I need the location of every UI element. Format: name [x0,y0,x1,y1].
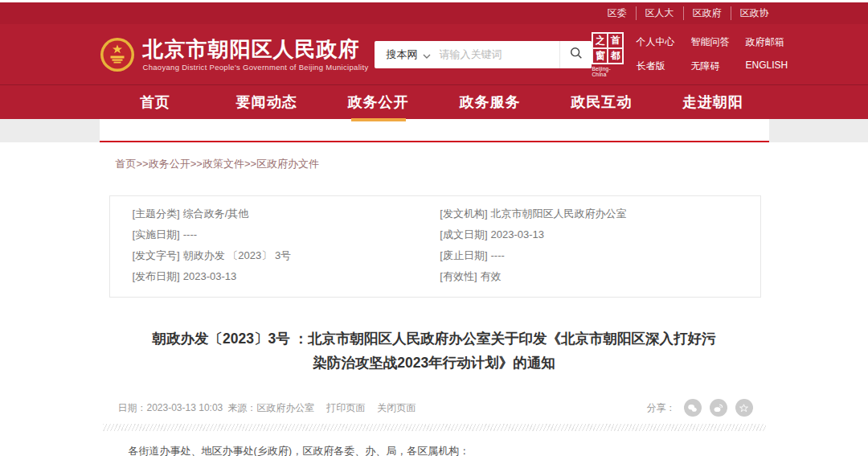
site-header: 北京市朝阳区人民政府 Chaoyang District People's Go… [0,24,868,84]
topbar-link-district-government[interactable]: 区政府 [683,6,722,20]
document-source: 来源：区政府办公室 [227,401,314,415]
breadcrumb-separator: >> [190,158,203,170]
meta-row-validity: [有效性]有效 [440,266,737,287]
document-meta-box: [主题分类]综合政务/其他 [实施日期]---- [发文字号]朝政办发 〔202… [109,195,761,298]
quick-link-smart-qa[interactable]: 智能问答 [690,35,729,49]
capital-window-logo[interactable]: 之 首 窗 都 Beijing-China [592,32,624,77]
breadcrumb-home[interactable]: 首页 [116,158,137,170]
meta-label: [废止日期] [440,249,487,261]
meta-label: [发文机构] [440,207,487,220]
active-tab-underline [351,118,406,121]
share-group: 分享： [647,399,753,417]
site-search: 搜本网 [375,41,592,68]
meta-value: 有效 [481,270,502,282]
capital-window-logo-box: 之 首 窗 都 [592,32,624,64]
search-scope-label: 搜本网 [386,47,417,62]
capital-logo-char: 首 [608,33,623,48]
topbar-link-district-committee[interactable]: 区委 [608,6,627,20]
topbar-link-district-cppcc[interactable]: 区政协 [731,6,769,20]
document-title: 朝政办发〔2023〕3号 ：北京市朝阳区人民政府办公室关于印发《北京市朝阳区深入… [146,327,723,375]
nav-item-gov-services[interactable]: 政务服务 [434,85,546,119]
breadcrumb-policy-documents[interactable]: 政策文件 [203,158,244,170]
meta-label: [成文日期] [440,228,487,240]
breadcrumb-district-office-documents[interactable]: 区政府办文件 [256,158,319,170]
quick-link-personal-center[interactable]: 个人中心 [636,35,674,49]
weibo-share-icon[interactable] [710,399,727,417]
document-date: 日期：2023-03-13 10:03 [118,401,223,415]
meta-value: ---- [491,249,505,261]
quick-link-accessibility[interactable]: 无障碍 [690,60,729,73]
breadcrumb-separator: >> [244,158,256,170]
search-scope-dropdown[interactable]: 搜本网 [375,47,439,62]
top-links-bar: 区委 区人大 区政府 区政协 [0,2,868,24]
page-content: 首页>>政务公开>>政策文件>>区政府办文件 [主题分类]综合政务/其他 [实施… [0,142,868,456]
subheader-band [0,119,868,142]
chevron-down-icon [423,47,431,62]
wechat-share-icon[interactable] [684,399,702,417]
meta-label: [发文字号] [133,249,180,261]
quick-link-english[interactable]: ENGLISH [745,60,788,73]
content-top-rule [100,119,769,142]
hatched-separator [103,424,766,431]
header-quick-links: 个人中心 智能问答 政府邮箱 长者版 无障碍 ENGLISH [636,35,788,73]
breadcrumb-separator: >> [137,158,149,170]
meta-row-document-number: [发文字号]朝政办发 〔2023〕 3号 [133,245,408,266]
meta-value: 2023-03-13 [491,228,545,240]
meta-row-publish-date: [发布日期]2023-03-13 [133,266,408,287]
meta-label: [实施日期] [133,228,180,240]
topbar-link-district-peoples-congress[interactable]: 区人大 [636,6,674,20]
meta-label: [发布日期] [133,270,180,282]
nav-item-home[interactable]: 首页 [100,85,211,119]
print-page-link[interactable]: 打印页面 [326,401,365,415]
favorite-star-share-icon[interactable] [735,399,753,417]
search-input[interactable] [439,48,559,60]
meta-value: ---- [183,228,197,240]
meta-value: 朝政办发 〔2023〕 3号 [183,249,291,261]
magnifier-icon [569,46,583,63]
meta-label: [主题分类] [133,207,180,220]
document-info-row: 日期：2023-03-13 10:03 来源：区政府办公室 打印页面 关闭页面 … [118,399,753,417]
document-body-first-line: 各街道办事处、地区办事处(乡政府)，区政府各委、办、局，各区属机构： [118,443,763,456]
capital-logo-char: 都 [608,48,623,64]
site-name-block: 北京市朝阳区人民政府 Chaoyang District People's Go… [143,37,369,72]
site-title: 北京市朝阳区人民政府 [143,37,369,61]
quick-link-gov-mailbox[interactable]: 政府邮箱 [745,35,788,49]
meta-value: 2023-03-13 [183,270,237,282]
capital-logo-char: 窗 [592,48,608,64]
meta-row-topic-category: [主题分类]综合政务/其他 [133,203,408,224]
nav-item-about-chaoyang[interactable]: 走进朝阳 [657,85,769,119]
nav-item-gov-affairs-disclosure[interactable]: 政务公开 [322,85,434,119]
breadcrumb: 首页>>政务公开>>政策文件>>区政府办文件 [116,142,769,171]
meta-row-written-date: [成文日期]2023-03-13 [440,224,737,245]
main-navigation: 首页 要闻动态 政务公开 政务服务 政民互动 走进朝阳 [0,84,868,119]
meta-row-implementation-date: [实施日期]---- [133,224,408,245]
site-subtitle: Chaoyang District People's Government of… [143,63,369,72]
meta-right-column: [发文机构]北京市朝阳区人民政府办公室 [成文日期]2023-03-13 [废止… [440,203,737,287]
national-emblem-icon [100,37,135,72]
meta-left-column: [主题分类]综合政务/其他 [实施日期]---- [发文字号]朝政办发 〔202… [133,203,408,287]
nav-item-public-interaction[interactable]: 政民互动 [546,85,657,119]
meta-label: [有效性] [440,270,477,282]
capital-logo-char: 之 [592,33,608,48]
header-right-group: 之 首 窗 都 Beijing-China 个人中心 智能问答 政府邮箱 长者版… [592,32,788,77]
meta-value: 综合政务/其他 [183,207,249,220]
close-page-link[interactable]: 关闭页面 [377,401,416,415]
share-label: 分享： [647,401,676,415]
search-button[interactable] [559,41,592,68]
capital-logo-caption: Beijing-China [592,66,624,77]
meta-row-repeal-date: [废止日期]---- [440,245,737,266]
breadcrumb-gov-disclosure[interactable]: 政务公开 [149,158,190,170]
meta-row-issuing-agency: [发文机构]北京市朝阳区人民政府办公室 [440,203,737,224]
quick-link-senior-version[interactable]: 长者版 [636,60,674,73]
nav-item-news[interactable]: 要闻动态 [211,85,322,119]
meta-value: 北京市朝阳区人民政府办公室 [491,207,627,220]
